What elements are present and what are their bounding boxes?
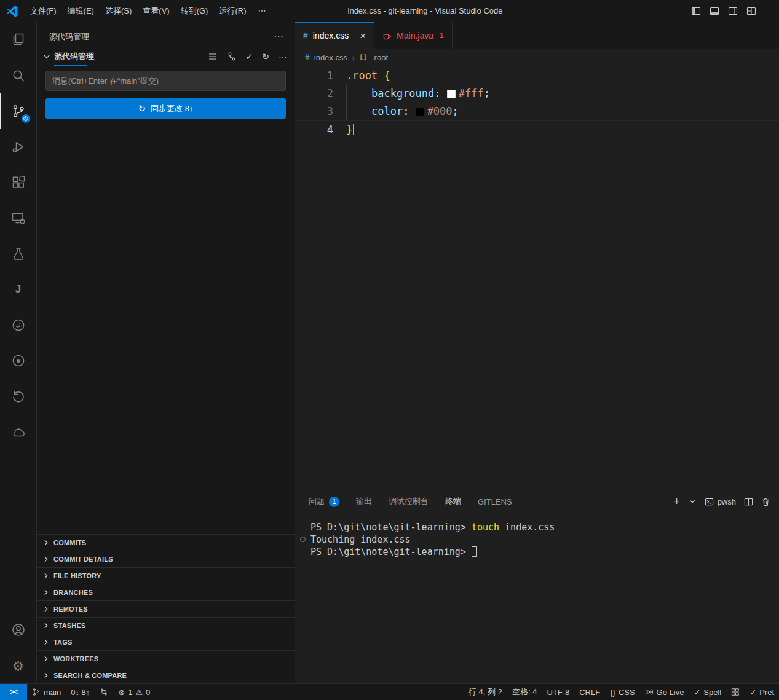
check-icon: ✓: [694, 688, 700, 696]
line-number: 4: [295, 121, 333, 138]
kill-terminal-trash-icon[interactable]: [761, 497, 770, 506]
scm-repo-header[interactable]: 源代码管理 ✓ ↻ ⋯: [37, 46, 295, 68]
terminal-output: Touching index.css: [310, 534, 411, 545]
spell-checker-item[interactable]: ✓ Spell: [689, 684, 726, 700]
section-commit-details[interactable]: COMMIT DETAILS: [37, 551, 295, 567]
toggle-secondary-sidebar-icon[interactable]: [724, 0, 742, 22]
commit-graph-icon[interactable]: [227, 52, 237, 61]
java-icon[interactable]: J: [0, 272, 36, 307]
command-decoration-icon[interactable]: [300, 537, 306, 542]
menu-run[interactable]: 运行(R): [213, 3, 251, 19]
sync-button-label: 同步更改 8↑: [151, 103, 193, 114]
terminal-instance-label: pwsh: [718, 497, 736, 506]
tab-main-java[interactable]: Main.java 1: [374, 22, 453, 49]
split-terminal-icon[interactable]: [744, 497, 753, 506]
prettier-item[interactable]: ✓ Pret: [745, 684, 779, 700]
sidebar-header: 源代码管理 ⋯: [37, 22, 295, 46]
history-arrow-icon[interactable]: [0, 379, 36, 414]
close-icon[interactable]: ×: [360, 31, 366, 41]
git-compare-item[interactable]: [95, 684, 113, 700]
section-label: SEARCH & COMPARE: [53, 672, 127, 679]
status-bar: >< main 0↓ 8↑ ⊗ 1 ⚠ 0 行 4, 列 2 空格: 4 UTF…: [0, 683, 779, 700]
color-swatch-black[interactable]: [416, 108, 424, 116]
tab-terminal[interactable]: 终端: [445, 489, 461, 514]
color-swatch-white[interactable]: [447, 90, 456, 98]
section-worktrees[interactable]: WORKTREES: [37, 650, 295, 667]
remote-indicator[interactable]: ><: [0, 684, 27, 700]
title-bar: 文件(F) 编辑(E) 选择(S) 查看(V) 转到(G) 运行(R) ⋯ in…: [0, 0, 779, 22]
search-icon[interactable]: [0, 58, 36, 93]
remote-explorer-icon[interactable]: [0, 200, 36, 236]
section-commits[interactable]: COMMITS: [37, 534, 295, 551]
eol-item[interactable]: CRLF: [574, 684, 605, 700]
branch-status-item[interactable]: main: [27, 684, 66, 700]
commit-check-icon[interactable]: ✓: [246, 52, 253, 61]
terminal-line: PS D:\git\note\git-learning> touch index…: [310, 521, 779, 533]
menu-goto[interactable]: 转到(G): [175, 3, 214, 19]
account-icon[interactable]: [0, 612, 36, 648]
sidebar-more-icon[interactable]: ⋯: [274, 34, 283, 40]
grid-extension-item[interactable]: [726, 684, 745, 700]
extensions-icon[interactable]: [0, 165, 36, 200]
testing-beaker-icon[interactable]: [0, 236, 36, 272]
minimize-button[interactable]: —: [761, 0, 779, 22]
semicolon: ;: [484, 87, 490, 100]
editor-group: # index.css × Main.java 1 # index.css ›: [295, 22, 779, 683]
breadcrumb-separator: ›: [352, 52, 355, 63]
section-branches[interactable]: BRANCHES: [37, 584, 295, 600]
cloud-icon[interactable]: [0, 414, 36, 450]
refresh-icon[interactable]: ↻: [262, 52, 269, 61]
breadcrumb-symbol[interactable]: .root: [372, 53, 388, 62]
view-as-list-icon[interactable]: [208, 52, 218, 61]
indentation-item[interactable]: 空格: 4: [507, 684, 542, 700]
problems-status-item[interactable]: ⊗ 1 ⚠ 0: [113, 684, 155, 700]
debug-console-label: 调试控制台: [389, 496, 429, 507]
sync-status-item[interactable]: 0↓ 8↑: [66, 684, 95, 700]
scm-more-icon[interactable]: ⋯: [279, 52, 287, 61]
menu-edit[interactable]: 编辑(E): [62, 3, 100, 19]
gradle-icon[interactable]: [0, 307, 36, 343]
terminal-dropdown-icon[interactable]: [688, 497, 697, 506]
tab-gitlens[interactable]: GITLENS: [478, 489, 512, 514]
section-search-compare[interactable]: SEARCH & COMPARE: [37, 667, 295, 683]
encoding-item[interactable]: UTF-8: [542, 684, 574, 700]
go-live-item[interactable]: Go Live: [640, 684, 689, 700]
menu-file[interactable]: 文件(F): [25, 3, 62, 19]
menu-more-icon[interactable]: ⋯: [251, 4, 272, 18]
toggle-panel-icon[interactable]: [705, 0, 724, 22]
terminal-label: 终端: [445, 496, 461, 507]
source-control-icon[interactable]: [0, 93, 36, 129]
target-icon[interactable]: [0, 343, 36, 379]
new-terminal-icon[interactable]: +: [673, 496, 680, 507]
settings-gear-icon[interactable]: ⚙: [0, 648, 36, 683]
tab-output[interactable]: 输出: [356, 489, 372, 514]
sidebar-title: 源代码管理: [49, 31, 89, 42]
explorer-icon[interactable]: [0, 22, 36, 58]
css-property: background: [371, 87, 434, 100]
cursor-position-item[interactable]: 行 4, 列 2: [464, 684, 507, 700]
menu-view[interactable]: 查看(V): [137, 3, 175, 19]
tab-debug-console[interactable]: 调试控制台: [389, 489, 429, 514]
tab-problems[interactable]: 问题 1: [309, 489, 339, 514]
customize-layout-icon[interactable]: [742, 0, 761, 22]
section-label: COMMIT DETAILS: [53, 556, 113, 563]
run-debug-icon[interactable]: [0, 129, 36, 165]
section-tags[interactable]: TAGS: [37, 634, 295, 650]
scm-pending-badge: [21, 114, 31, 124]
terminal-content[interactable]: PS D:\git\note\git-learning> touch index…: [295, 514, 779, 683]
terminal-instance-pwsh[interactable]: pwsh: [705, 497, 736, 506]
breadcrumb-file[interactable]: index.css: [314, 53, 347, 62]
window-title: index.css - git-learning - Visual Studio…: [348, 6, 503, 15]
section-stashes[interactable]: STASHES: [37, 617, 295, 634]
section-file-history[interactable]: FILE HISTORY: [37, 567, 295, 584]
language-mode-item[interactable]: {} CSS: [605, 684, 639, 700]
toggle-primary-sidebar-icon[interactable]: [687, 0, 705, 22]
chevron-right-icon: [42, 621, 50, 630]
branch-name: main: [44, 688, 61, 697]
commit-message-input[interactable]: 消息(Ctrl+Enter 在“main”提交): [45, 71, 286, 91]
section-remotes[interactable]: REMOTES: [37, 600, 295, 617]
tab-index-css[interactable]: # index.css ×: [295, 22, 374, 49]
code-editor[interactable]: 1 .root { 2 background: #fff; 3 color: #…: [295, 65, 779, 489]
menu-selection[interactable]: 选择(S): [100, 3, 137, 19]
sync-changes-button[interactable]: ↻ 同步更改 8↑: [45, 98, 286, 119]
